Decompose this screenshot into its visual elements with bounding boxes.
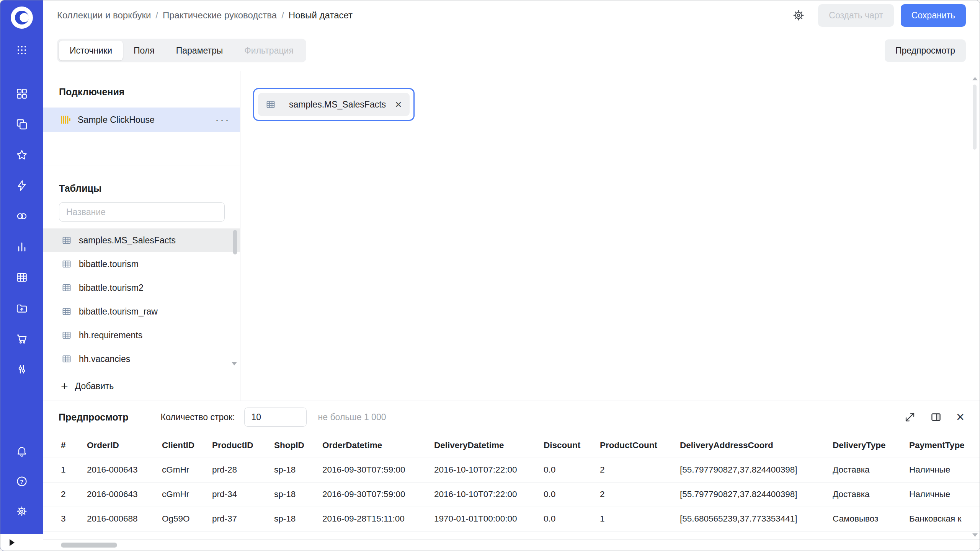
- sidebar-item-collections[interactable]: [0, 109, 43, 140]
- breadcrumb: Коллекции и воркбуки / Практические руко…: [57, 10, 353, 21]
- table-cell: Самовывоз: [833, 507, 909, 531]
- row-count-input[interactable]: [244, 408, 307, 427]
- tab-filtering[interactable]: Фильтрация: [234, 41, 304, 60]
- table-cell: 1: [600, 507, 680, 531]
- vertical-scrollbar-thumb[interactable]: [973, 85, 977, 150]
- preview-header: Предпросмотр Количество строк: не больше…: [43, 401, 980, 433]
- table-cell: 2016-09-28T15:11:00: [322, 507, 434, 531]
- tab-parameters[interactable]: Параметры: [165, 41, 234, 60]
- preview-title: Предпросмотр: [59, 412, 129, 423]
- add-table-label: Добавить: [75, 381, 114, 391]
- save-button[interactable]: Сохранить: [901, 4, 966, 27]
- connection-item-sample-clickhouse[interactable]: Sample ClickHouse ···: [43, 108, 240, 132]
- table-cell: 2: [43, 482, 87, 507]
- table-cell: sp-18: [274, 458, 322, 482]
- selected-table-chip[interactable]: samples.MS_SalesFacts ×: [253, 88, 415, 121]
- apps-grid-button[interactable]: [16, 42, 28, 59]
- table-name: bibattle.tourism2: [79, 283, 144, 293]
- breadcrumb-guides[interactable]: Практические руководства: [163, 10, 277, 21]
- chip-table-name: samples.MS_SalesFacts: [289, 99, 386, 110]
- preview-body: 12016-000643cGmHrprd-28sp-182016-09-30T0…: [43, 458, 980, 531]
- lightning-icon: [16, 179, 28, 192]
- vertical-scrollbar[interactable]: [972, 77, 978, 537]
- scroll-down-icon[interactable]: [972, 533, 978, 537]
- horizontal-scrollbar-thumb[interactable]: [61, 543, 117, 548]
- table-cell: 2016-000643: [87, 458, 162, 482]
- preview-toggle-button[interactable]: Предпросмотр: [885, 39, 966, 62]
- clickhouse-icon: [60, 114, 71, 125]
- table-cell: Og59O: [162, 507, 212, 531]
- expand-arrow-icon: [10, 539, 15, 546]
- breadcrumb-collections[interactable]: Коллекции и воркбуки: [57, 10, 151, 21]
- sidebar-item-help[interactable]: ?: [0, 466, 43, 496]
- table-list-item[interactable]: bibattle.tourism: [43, 252, 240, 276]
- column-header: ShopID: [274, 433, 322, 458]
- table-cell: Доставка: [833, 482, 909, 507]
- top-header: Коллекции и воркбуки / Практические руко…: [43, 0, 980, 30]
- breadcrumb-current: Новый датасет: [289, 10, 353, 21]
- add-table-button[interactable]: + Добавить: [43, 375, 240, 397]
- list-scroll-down-icon[interactable]: [232, 362, 237, 365]
- tab-sources[interactable]: Источники: [59, 41, 123, 60]
- table-cell: [55.797790827,37.824400398]: [680, 458, 833, 482]
- sidebar-expand-button[interactable]: [0, 534, 43, 551]
- datalens-logo-icon: [11, 7, 33, 29]
- header-actions: Создать чарт Сохранить: [792, 4, 966, 27]
- table-list-item[interactable]: bibattle.tourism2: [43, 276, 240, 300]
- sidebar-item-favorites[interactable]: [0, 140, 43, 170]
- sidebar-item-editor[interactable]: [0, 170, 43, 201]
- table-list-item[interactable]: samples.MS_SalesFacts: [43, 228, 240, 252]
- sidebar-item-connections[interactable]: [0, 201, 43, 231]
- table-cell: 0.0: [544, 482, 600, 507]
- help-icon: ?: [16, 475, 28, 487]
- sidebar-item-marketplace[interactable]: [0, 323, 43, 354]
- chip-remove-button[interactable]: ×: [395, 99, 402, 110]
- table-cell: Доставка: [833, 458, 909, 482]
- table-list-item[interactable]: bibattle.tourism_raw: [43, 300, 240, 323]
- sidebar-item-settings-sliders[interactable]: [0, 354, 43, 385]
- apps-grid-icon: [16, 44, 28, 56]
- tabs-segmented-control: Источники Поля Параметры Фильтрация: [57, 39, 306, 62]
- sidebar-item-charts[interactable]: [0, 231, 43, 262]
- sidebar-item-tiles[interactable]: [0, 78, 43, 109]
- dock-preview-button[interactable]: [930, 411, 942, 423]
- tables-title: Таблицы: [59, 183, 240, 194]
- sidebar-item-settings[interactable]: [0, 496, 43, 526]
- table-row: 32016-000688Og59Oprd-37sp-182016-09-28T1…: [43, 507, 980, 531]
- column-header: DeliveryType: [833, 433, 909, 458]
- sidebar-item-notifications[interactable]: [0, 437, 43, 466]
- list-scrollbar-thumb[interactable]: [233, 230, 237, 254]
- app-window: ? Коллекции и воркбуки / Практические ру…: [0, 0, 980, 551]
- preview-panel: Предпросмотр Количество строк: не больше…: [43, 401, 980, 551]
- connection-menu-button[interactable]: ···: [215, 114, 230, 126]
- plus-icon: +: [61, 380, 68, 392]
- sliders-icon: [16, 363, 28, 375]
- table-row: 22016-000643cGmHrprd-34sp-182016-09-30T0…: [43, 482, 980, 507]
- column-header: DeliveryDatetime: [434, 433, 544, 458]
- datalens-logo[interactable]: [11, 7, 33, 29]
- table-chip[interactable]: samples.MS_SalesFacts ×: [258, 93, 410, 116]
- scroll-up-icon[interactable]: [972, 77, 978, 80]
- table-icon: [62, 306, 72, 316]
- close-preview-button[interactable]: ×: [956, 410, 964, 424]
- sidebar: ?: [0, 0, 43, 551]
- sidebar-item-storage[interactable]: [0, 293, 43, 323]
- horizontal-scrollbar[interactable]: [43, 539, 980, 551]
- table-search-input[interactable]: [59, 202, 225, 222]
- table-cell: 2: [600, 482, 680, 507]
- table-icon: [266, 99, 276, 109]
- sidebar-item-datasets[interactable]: [0, 262, 43, 293]
- column-header: PaymentType: [909, 433, 980, 458]
- table-cell: cGmHr: [162, 458, 212, 482]
- table-cell: 3: [43, 507, 87, 531]
- table-list-item[interactable]: hh.vacancies: [43, 347, 240, 371]
- table-icon: [62, 330, 72, 340]
- create-chart-button[interactable]: Создать чарт: [818, 4, 893, 27]
- tab-fields[interactable]: Поля: [123, 41, 165, 60]
- content-area: Подключения Sample ClickHouse ··· Таблиц…: [43, 71, 980, 401]
- column-header: Discount: [544, 433, 600, 458]
- split-panel-icon: [930, 411, 942, 423]
- dataset-settings-button[interactable]: [792, 9, 805, 22]
- table-list-item[interactable]: hh.requirements: [43, 323, 240, 347]
- expand-preview-button[interactable]: [904, 411, 916, 423]
